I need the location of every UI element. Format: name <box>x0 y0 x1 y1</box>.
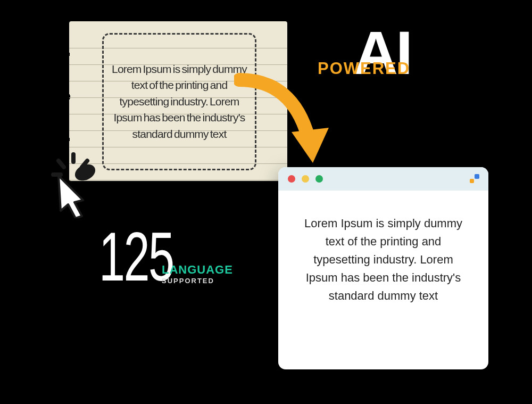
powered-label: POWERED <box>318 59 410 78</box>
svg-rect-5 <box>470 179 474 183</box>
stat-sublabel: SUPPORTED <box>162 277 214 285</box>
handwritten-text: Lorem Ipsum is simply dummy text of the … <box>111 61 247 142</box>
browser-content: Lorem Ipsum is simply dummy text of the … <box>278 191 488 329</box>
arrow-icon <box>234 69 335 176</box>
window-controls <box>288 175 323 183</box>
cursor-click-icon <box>44 149 113 218</box>
close-icon[interactable] <box>288 175 295 183</box>
text-selection-box[interactable]: Lorem Ipsum is simply dummy text of the … <box>102 33 256 170</box>
browser-titlebar <box>278 167 488 191</box>
maximize-icon[interactable] <box>315 175 323 183</box>
app-logo-icon <box>469 174 480 184</box>
browser-window: Lorem Ipsum is simply dummy text of the … <box>278 167 488 369</box>
minimize-icon[interactable] <box>302 175 309 183</box>
svg-rect-6 <box>475 174 479 179</box>
stat-label: LANGUAGE <box>162 263 233 277</box>
svg-line-1 <box>59 161 64 167</box>
